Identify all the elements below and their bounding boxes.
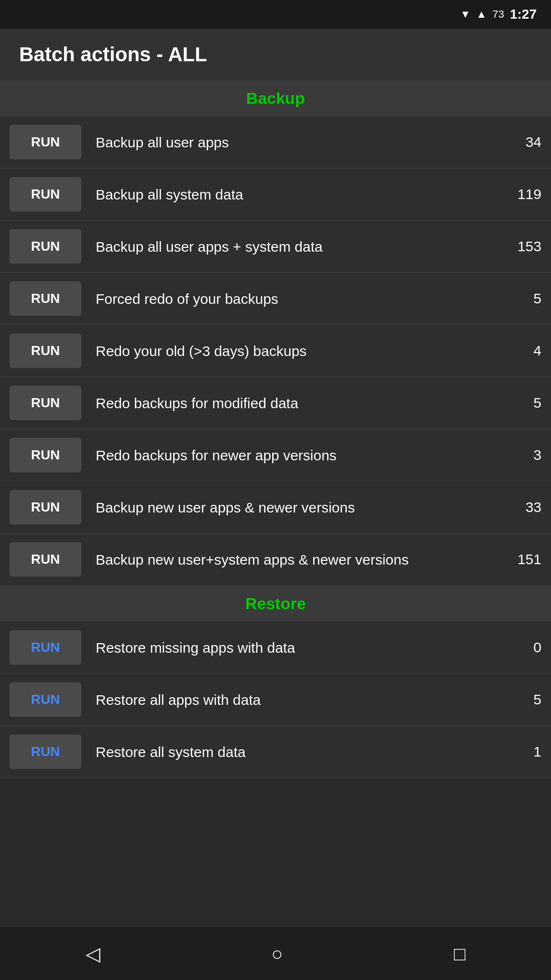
- run-button-restore-all-apps[interactable]: RUN: [10, 682, 81, 717]
- run-button-backup-system-data[interactable]: RUN: [10, 177, 81, 212]
- list-item: RUN Redo your old (>3 days) backups 4: [0, 325, 551, 377]
- item-label: Restore all apps with data: [96, 690, 503, 709]
- battery-icon: 73: [492, 8, 504, 21]
- list-item: RUN Forced redo of your backups 5: [0, 273, 551, 325]
- list-item: RUN Backup all user apps 34: [0, 116, 551, 168]
- back-icon: ◁: [86, 943, 100, 965]
- header: Batch actions - ALL: [0, 29, 551, 80]
- item-count: 33: [513, 499, 541, 515]
- back-button[interactable]: ◁: [86, 943, 100, 965]
- list-item: RUN Restore missing apps with data 0: [0, 622, 551, 674]
- run-button-backup-new-user-system[interactable]: RUN: [10, 542, 81, 577]
- list-item: RUN Backup all system data 119: [0, 168, 551, 221]
- item-count: 1: [513, 744, 541, 760]
- item-count: 153: [513, 238, 541, 255]
- item-count: 119: [513, 186, 541, 202]
- item-label: Backup all system data: [96, 185, 503, 204]
- run-button-redo-newer-versions[interactable]: RUN: [10, 438, 81, 472]
- run-button-forced-redo[interactable]: RUN: [10, 281, 81, 316]
- run-button-redo-old[interactable]: RUN: [10, 334, 81, 368]
- item-label: Backup all user apps + system data: [96, 237, 503, 256]
- run-button-backup-new-user-apps[interactable]: RUN: [10, 490, 81, 524]
- run-button-restore-system-data[interactable]: RUN: [10, 735, 81, 769]
- item-label: Redo backups for newer app versions: [96, 446, 503, 465]
- home-icon: ○: [271, 943, 283, 965]
- run-button-backup-user-apps[interactable]: RUN: [10, 125, 81, 159]
- list-item: RUN Backup new user apps & newer version…: [0, 481, 551, 534]
- item-count: 5: [513, 691, 541, 708]
- item-count: 3: [513, 447, 541, 463]
- item-label: Redo your old (>3 days) backups: [96, 342, 503, 360]
- item-label: Restore missing apps with data: [96, 638, 503, 657]
- item-count: 151: [513, 551, 541, 568]
- run-button-restore-missing[interactable]: RUN: [10, 630, 81, 665]
- list-item: RUN Backup all user apps + system data 1…: [0, 221, 551, 273]
- list-item: RUN Redo backups for modified data 5: [0, 377, 551, 429]
- item-label: Redo backups for modified data: [96, 394, 503, 412]
- status-time: 1:27: [510, 7, 537, 22]
- recent-icon: □: [454, 943, 465, 965]
- recent-button[interactable]: □: [454, 943, 465, 965]
- item-label: Forced redo of your backups: [96, 290, 503, 308]
- item-label: Backup new user apps & newer versions: [96, 498, 503, 517]
- run-button-backup-user-system[interactable]: RUN: [10, 229, 81, 264]
- wifi-icon: ▼: [460, 8, 471, 21]
- list-item: RUN Restore all apps with data 5: [0, 674, 551, 726]
- item-label: Restore all system data: [96, 743, 503, 761]
- list-item: RUN Redo backups for newer app versions …: [0, 429, 551, 481]
- item-label: Backup all user apps: [96, 133, 503, 152]
- nav-bar: ◁ ○ □: [0, 927, 551, 980]
- item-count: 5: [513, 395, 541, 411]
- page-title: Batch actions - ALL: [19, 43, 207, 66]
- section-header-backup: Backup: [0, 80, 551, 116]
- status-bar: ▼ ▲ 73 1:27: [0, 0, 551, 29]
- home-button[interactable]: ○: [271, 943, 283, 965]
- item-count: 4: [513, 343, 541, 359]
- list-item: RUN Backup new user+system apps & newer …: [0, 534, 551, 586]
- item-count: 34: [513, 134, 541, 150]
- run-button-redo-modified[interactable]: RUN: [10, 386, 81, 420]
- item-label: Backup new user+system apps & newer vers…: [96, 550, 503, 569]
- item-count: 0: [513, 639, 541, 656]
- item-count: 5: [513, 290, 541, 307]
- section-header-restore: Restore: [0, 586, 551, 622]
- signal-icon: ▲: [476, 8, 487, 21]
- list-item: RUN Restore all system data 1: [0, 726, 551, 778]
- scroll-area[interactable]: Backup RUN Backup all user apps 34 RUN B…: [0, 80, 551, 931]
